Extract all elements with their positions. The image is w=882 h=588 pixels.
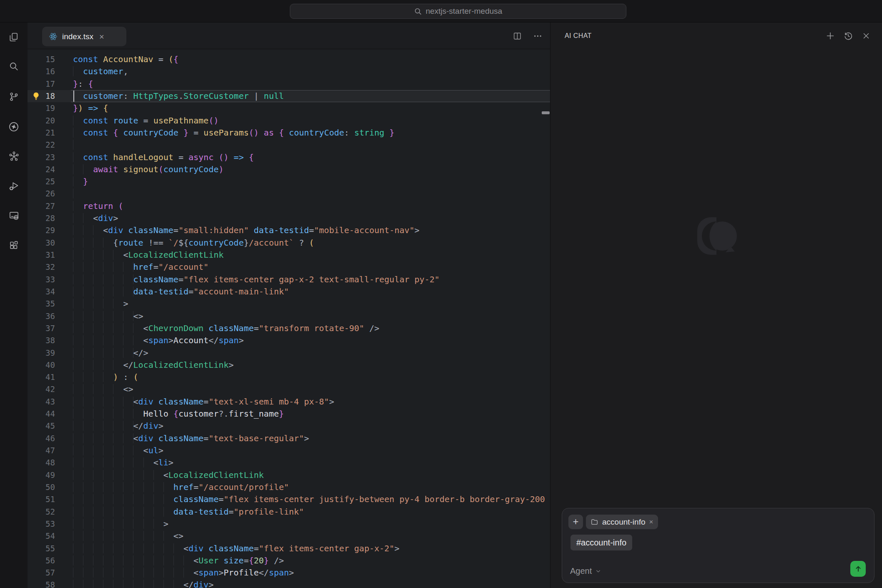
code-line[interactable]: 57 <span>Profile</span>	[28, 567, 550, 579]
code-line[interactable]: 21 const { countryCode } = useParams() a…	[28, 127, 550, 139]
line-number[interactable]: 53	[28, 518, 55, 530]
line-number[interactable]: 41	[28, 371, 55, 383]
code-line[interactable]: 26	[28, 188, 550, 200]
line-number[interactable]: 44	[28, 408, 55, 420]
code-line[interactable]: 31 <LocalizedClientLink	[28, 249, 550, 261]
line-number[interactable]: 47	[28, 445, 55, 457]
context-chip[interactable]: account-info ×	[586, 515, 658, 529]
line-number[interactable]: 22	[28, 139, 55, 151]
close-panel-icon[interactable]	[861, 31, 871, 41]
new-chat-icon[interactable]	[825, 31, 835, 41]
mode-dropdown[interactable]: Agent	[570, 566, 601, 576]
line-number[interactable]: 54	[28, 530, 55, 542]
line-number[interactable]: 48	[28, 457, 55, 469]
line-number[interactable]: 37	[28, 322, 55, 334]
line-number[interactable]: 26	[28, 188, 55, 200]
line-number[interactable]: 27	[28, 200, 55, 212]
remote-explorer-icon[interactable]	[8, 209, 20, 222]
code-line[interactable]: 34 data-testid="account-main-link"	[28, 286, 550, 298]
line-number[interactable]: 24	[28, 163, 55, 176]
line-number[interactable]: 39	[28, 347, 55, 359]
code-line[interactable]: 33 className="flex items-center gap-x-2 …	[28, 274, 550, 286]
code-line[interactable]: 52 data-testid="profile-link"	[28, 506, 550, 518]
project-search-box[interactable]: nextjs-starter-medusa	[290, 4, 626, 19]
line-number[interactable]: 36	[28, 310, 55, 322]
line-number[interactable]: 43	[28, 396, 55, 408]
line-number[interactable]: 35	[28, 298, 55, 310]
code-line[interactable]: 20 const route = usePathname()	[28, 115, 550, 127]
line-number[interactable]: 30	[28, 237, 55, 249]
code-line[interactable]: 45 </div>	[28, 420, 550, 432]
chat-history-icon[interactable]	[843, 31, 853, 41]
line-number[interactable]: 38	[28, 334, 55, 347]
line-number[interactable]: 40	[28, 359, 55, 371]
code-line[interactable]: 32 href="/account"	[28, 261, 550, 273]
line-number[interactable]: 17	[28, 78, 55, 90]
code-line[interactable]: 30 {route !== `/${countryCode}/account` …	[28, 237, 550, 249]
line-number[interactable]: 45	[28, 420, 55, 432]
code-line[interactable]: 16 customer,	[28, 65, 550, 78]
code-line[interactable]: 58 </div>	[28, 579, 550, 588]
line-number[interactable]: 25	[28, 176, 55, 188]
code-line[interactable]: 41 ) : (	[28, 371, 550, 383]
line-number[interactable]: 33	[28, 274, 55, 286]
code-line[interactable]: 36 <>	[28, 310, 550, 322]
code-line[interactable]: 49 <LocalizedClientLink	[28, 469, 550, 481]
line-number[interactable]: 46	[28, 432, 55, 445]
code-line[interactable]: 39 </>	[28, 347, 550, 359]
code-line[interactable]: 35 >	[28, 298, 550, 310]
line-number[interactable]: 42	[28, 383, 55, 395]
code-line[interactable]: 53 >	[28, 518, 550, 530]
code-line[interactable]: 54 <>	[28, 530, 550, 542]
line-number[interactable]: 51	[28, 493, 55, 505]
line-number[interactable]: 57	[28, 567, 55, 579]
context-tag[interactable]: #account-info	[570, 535, 632, 550]
line-number[interactable]: 52	[28, 506, 55, 518]
line-number[interactable]: 23	[28, 151, 55, 163]
code-line[interactable]: 47 <ul>	[28, 445, 550, 457]
tab-close-icon[interactable]: ×	[98, 32, 106, 42]
line-number[interactable]: 15	[28, 53, 55, 65]
line-number[interactable]: 34	[28, 286, 55, 298]
line-number[interactable]: 21	[28, 127, 55, 139]
code-line[interactable]: 38 <span>Account</span>	[28, 334, 550, 347]
add-context-button[interactable]: +	[568, 515, 583, 529]
line-number[interactable]: 20	[28, 115, 55, 127]
dependencies-icon[interactable]	[8, 150, 20, 162]
line-number[interactable]: 19	[28, 102, 55, 114]
code-line[interactable]: 27 return (	[28, 200, 550, 212]
extensions-icon[interactable]	[8, 239, 20, 252]
code-line[interactable]: 48 <li>	[28, 457, 550, 469]
code-line[interactable]: 44 Hello {customer?.first_name}	[28, 408, 550, 420]
line-number[interactable]: 32	[28, 261, 55, 273]
line-number[interactable]: 58	[28, 579, 55, 588]
more-actions-icon[interactable]	[533, 31, 543, 41]
code-line[interactable]: 28 <div>	[28, 212, 550, 224]
line-number[interactable]: 50	[28, 481, 55, 493]
code-line[interactable]: 19}) => {	[28, 102, 550, 114]
source-control-icon[interactable]	[8, 90, 20, 103]
lightbulb-icon[interactable]	[31, 91, 41, 101]
code-line[interactable]: 25 }	[28, 176, 550, 188]
send-button[interactable]	[850, 561, 866, 577]
run-debug-icon[interactable]	[8, 179, 20, 192]
code-line[interactable]: 55 <div className="flex items-center gap…	[28, 543, 550, 555]
search-sidebar-icon[interactable]	[8, 60, 20, 73]
scrollbar-mark[interactable]	[542, 111, 550, 114]
navigator-icon[interactable]	[8, 121, 20, 133]
code-line[interactable]: 43 <div className="text-xl-semi mb-4 px-…	[28, 396, 550, 408]
chat-composer[interactable]: + account-info × #account-info Agent	[562, 508, 874, 583]
line-number[interactable]: 49	[28, 469, 55, 481]
code-line[interactable]: 51 className="flex items-center justify-…	[28, 493, 550, 505]
code-line[interactable]: 46 <div className="text-base-regular">	[28, 432, 550, 445]
line-number[interactable]: 31	[28, 249, 55, 261]
split-editor-icon[interactable]	[513, 31, 522, 41]
context-chip-close-icon[interactable]: ×	[649, 518, 653, 525]
code-line[interactable]: 23 const handleLogout = async () => {	[28, 151, 550, 163]
code-line[interactable]: 15const AccountNav = ({	[28, 53, 550, 65]
tab-index-tsx[interactable]: index.tsx ×	[42, 27, 126, 46]
code-line[interactable]: 24 await signout(countryCode)	[28, 163, 550, 176]
code-editor[interactable]: 15const AccountNav = ({16 customer,17}: …	[28, 49, 550, 588]
line-number[interactable]: 55	[28, 543, 55, 555]
code-line[interactable]: 22	[28, 139, 550, 151]
